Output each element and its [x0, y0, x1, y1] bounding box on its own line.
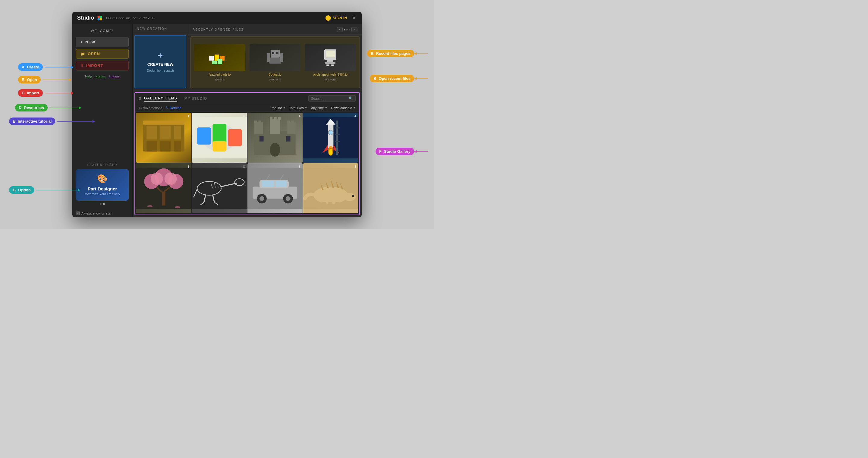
dot-1: [100, 203, 101, 205]
annotation-b-line: [42, 79, 70, 80]
svg-marker-122: [414, 150, 416, 153]
forum-link[interactable]: Forum: [96, 74, 105, 78]
recent-file-1[interactable]: featured-parts.io 10 Parts: [192, 39, 247, 86]
create-new-card[interactable]: + CREATE NEW Design from scratch: [134, 35, 186, 88]
my-studio-tab[interactable]: MY STUDIO: [184, 96, 207, 101]
svg-point-97: [343, 193, 355, 201]
gallery-item-3-img: [247, 113, 303, 163]
open-button[interactable]: 📁 OPEN: [76, 49, 129, 59]
annotation-f: F Studio Gallery: [375, 148, 428, 155]
new-creation-header: NEW CREATION: [133, 24, 188, 33]
featured-app-section: FEATURED APP 🎨 Part Designer Maximize Yo…: [72, 161, 132, 210]
recent-files-grid: featured-parts.io 10 Parts: [190, 36, 360, 88]
featured-app-title: Part Designer: [80, 186, 125, 191]
svg-rect-43: [278, 117, 281, 120]
gallery-item-3[interactable]: ⬇: [247, 113, 303, 163]
app-window: Studio LEGO BrickLink, Inc. v2.22.2 (1) …: [72, 12, 362, 217]
help-link[interactable]: Help: [85, 74, 92, 78]
gallery-grid: ⬇: [135, 111, 359, 215]
svg-rect-7: [212, 61, 217, 64]
download-icon-2: ⬇: [243, 114, 245, 118]
gallery-item-5[interactable]: ⬇: [136, 163, 191, 213]
recent-file-3[interactable]: apple_macintosh_1984.io 242 Parts: [303, 39, 358, 86]
nav-dot-3: [349, 29, 350, 30]
annotation-a-label: Create: [27, 65, 39, 69]
annotation-b-letter: B: [22, 77, 24, 82]
always-show-checkbox[interactable]: ✓: [76, 211, 80, 215]
annotation-b2: B Recent files pages: [367, 50, 428, 57]
annotation-c: C Import: [18, 89, 72, 97]
recent-thumb-2: [250, 44, 301, 71]
download-icon-3: ⬇: [299, 114, 301, 118]
import-button[interactable]: ⬆ IMPORT: [76, 61, 129, 70]
app-logo: Studio: [77, 15, 103, 22]
recent-prev-button[interactable]: ‹: [337, 27, 343, 32]
recent-next-button[interactable]: ›: [351, 27, 358, 32]
gallery-search[interactable]: 🔍: [308, 95, 355, 102]
recent-file-2[interactable]: Cougar.io 359 Parts: [248, 39, 303, 86]
svg-rect-41: [270, 117, 273, 120]
svg-rect-18: [325, 62, 336, 64]
recent-file-3-name: apple_macintosh_1984.io: [313, 73, 347, 76]
gallery-item-7[interactable]: ⬇: [247, 163, 303, 213]
new-button[interactable]: + NEW: [76, 37, 129, 47]
gallery-item-6-img: [192, 163, 247, 213]
downloadable-filter[interactable]: Downloadable ▼: [331, 106, 355, 110]
gallery-item-8[interactable]: ⬇: [303, 163, 358, 213]
create-new-plus-icon: +: [158, 51, 163, 60]
option-label: Always show on start: [82, 211, 113, 215]
annotation-g: G Option: [9, 186, 79, 194]
svg-rect-24: [174, 126, 181, 139]
gallery-item-6[interactable]: ⬇: [192, 163, 247, 213]
svg-rect-25: [147, 141, 157, 151]
svg-rect-20: [331, 64, 334, 66]
annotation-g-label: Option: [18, 188, 31, 192]
gallery-item-2[interactable]: ⬇: [192, 113, 247, 163]
content-area: WELCOME! + NEW 📁 OPEN ⬆ IMPORT Help Foru…: [72, 24, 362, 217]
annotation-b3-label: Open recent files: [379, 76, 410, 81]
recent-file-2-name: Cougar.io: [269, 73, 281, 76]
nav-dot-2: [346, 29, 348, 30]
svg-rect-62: [162, 192, 165, 205]
plus-icon: +: [81, 40, 83, 44]
svg-rect-28: [143, 121, 184, 125]
svg-point-13: [272, 52, 274, 54]
svg-point-69: [164, 173, 177, 185]
featured-app-card[interactable]: 🎨 Part Designer Maximize Your creativity: [76, 169, 129, 201]
sign-in-button[interactable]: SIGN IN: [326, 15, 347, 21]
svg-rect-48: [286, 136, 290, 141]
svg-rect-12: [280, 53, 283, 62]
nav-dot-1: [344, 29, 345, 30]
annotation-b3: B Open recent files: [370, 75, 428, 82]
time-filter[interactable]: Any time ▼: [311, 106, 328, 110]
app-version: LEGO BrickLink, Inc. v2.22.2 (1): [106, 16, 155, 20]
popular-filter[interactable]: Popular ▼: [271, 106, 286, 110]
gallery-item-1[interactable]: ⬇: [136, 113, 191, 163]
refresh-button[interactable]: ↻ Refresh: [166, 106, 181, 110]
search-icon: 🔍: [349, 96, 353, 100]
gallery-count: 14796 creations: [138, 106, 162, 110]
annotation-g-letter: G: [13, 188, 16, 192]
import-icon: ⬆: [81, 64, 84, 68]
annotation-f-letter: F: [379, 149, 381, 154]
annotation-b-label: Open: [27, 77, 37, 82]
recent-nav: ‹ ›: [337, 27, 358, 32]
annotation-b: B Open: [18, 76, 70, 84]
recent-header-row: RECENTLY OPENED FILES ‹ ›: [188, 24, 362, 35]
svg-rect-98: [322, 202, 326, 208]
tutorial-link[interactable]: Tutorial: [109, 74, 120, 78]
gallery-item-4[interactable]: ⬇: [303, 113, 358, 163]
folder-icon: 📁: [81, 52, 85, 56]
svg-rect-72: [192, 168, 247, 209]
svg-rect-39: [254, 121, 257, 123]
gallery-filters: 14796 creations ↻ Refresh Popular ▼ Tota…: [135, 104, 359, 111]
svg-point-14: [276, 52, 278, 54]
svg-rect-59: [335, 134, 339, 135]
recent-header-title: RECENTLY OPENED FILES: [193, 28, 337, 31]
close-button[interactable]: ✕: [351, 15, 357, 21]
gallery-item-1-img: [136, 113, 191, 163]
download-icon-8: ⬇: [354, 165, 356, 169]
search-input[interactable]: [311, 97, 347, 100]
likes-filter[interactable]: Total likes ▼: [289, 106, 307, 110]
gallery-items-tab[interactable]: GALLERY ITEMS: [144, 96, 177, 102]
